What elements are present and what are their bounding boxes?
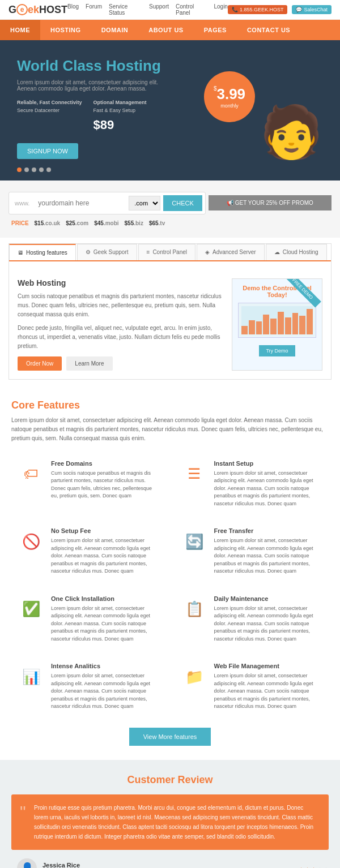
feature-icon: 📊 [17, 663, 45, 691]
tab-hosting[interactable]: 🖥 Hosting features [9, 244, 76, 260]
feature-text: Free Transfer Lorem ipsum dolor sit amet… [214, 527, 324, 575]
price-label: PRICE [11, 220, 29, 226]
dot-3[interactable] [32, 167, 36, 172]
core-description: Lorem ipsum dolor sit amet, consectetuer… [11, 416, 329, 443]
feature-item: 📊 Intense Analitics Lorem ipsum dolor si… [11, 657, 166, 716]
feature-desc: Lorem ipsum dolor sit amet, consectetuer… [214, 537, 324, 575]
feature-text: Intense Analitics Lorem ipsum dolor sit … [51, 663, 160, 711]
server-icon: ◈ [205, 249, 210, 255]
domain-input[interactable] [35, 196, 126, 210]
support-icon: ⚙ [86, 249, 91, 255]
core-title: Core Features [11, 399, 329, 411]
nav-pages[interactable]: PAGES [194, 20, 237, 40]
nav-domain[interactable]: DOMAIN [91, 20, 139, 40]
main-nav: HOME HOSTING DOMAIN ABOUT US PAGES CONTA… [0, 20, 340, 40]
dot-2[interactable] [24, 167, 29, 172]
hero-subtext: Lorem ipsum dolor sit amet, consectetuer… [17, 79, 159, 92]
price-badge: $3.99 monthly [204, 71, 255, 122]
logo: G e ek H OST [8, 4, 67, 16]
extension-select[interactable]: .com.net.org [129, 196, 160, 210]
nav-forum[interactable]: Forum [86, 3, 102, 16]
demo-bar [249, 320, 255, 334]
tab-panel[interactable]: ≡ Control Panel [138, 244, 196, 260]
feature-item: 🔄 Free Transfer Lorem ipsum dolor sit am… [175, 522, 329, 581]
dot-4[interactable] [39, 167, 44, 172]
feature-text: Web File Management Lorem ipsum dolor si… [214, 663, 324, 711]
feature-item: ✅ One Click Installation Lorem ipsum dol… [11, 590, 166, 649]
feature-desc: Cum sociis natoque penatibus et magnis d… [51, 470, 160, 500]
feature-text: No Setup Fee Lorem ipsum dolor sit amet,… [51, 527, 160, 575]
hero-section: World Class Hosting Lorem ipsum dolor si… [0, 40, 340, 181]
review-text: Proin rutique esse quis pretium pharetra… [23, 803, 317, 841]
monitor-icon: 🖥 [18, 250, 23, 256]
core-features-section: Core Features Lorem ipsum dolor sit amet… [0, 385, 340, 760]
promo-button[interactable]: 📢 GET YOUR 25% OFF PROMO [209, 195, 332, 210]
tab-content-para1: Cum sociis natoque penatibus et magnis d… [18, 292, 223, 319]
tab-content: Web Hosting Cum sociis natoque penatibus… [18, 278, 322, 371]
sales-chat-badge[interactable]: 💬 SalesChat [292, 5, 332, 14]
review-section: Customer Review " Proin rutique esse qui… [0, 760, 340, 868]
feature-desc: Lorem ipsum dolor sit amet, consectetuer… [51, 672, 160, 711]
feature-title: Web File Management [214, 663, 324, 669]
top-contact: 📞 1.855.GEEK.HOST 💬 SalesChat [228, 5, 332, 14]
nav-about[interactable]: ABOUT US [138, 20, 193, 40]
reviewer-name: Jessica Rice [42, 862, 80, 868]
feature-item: ☰ Instant Setup Lorem ipsum dolor sit am… [175, 454, 329, 514]
feature-title: Instant Setup [214, 460, 324, 467]
feature-desc: Lorem ipsum dolor sit amet, consectetuer… [214, 470, 324, 508]
feature-desc: Lorem ipsum dolor sit amet, consectetuer… [214, 605, 324, 643]
hero-headline: World Class Hosting [17, 57, 161, 75]
order-button[interactable]: Order Now [18, 356, 62, 371]
nav-support[interactable]: Support [149, 3, 169, 16]
domain-search-section: www. .com.net.org CHECK 📢 GET YOUR 25% O… [0, 181, 340, 238]
feature-desc: Lorem ipsum dolor sit amet, consectetuer… [214, 672, 324, 711]
feature-title: Daily Maintenance [214, 595, 324, 602]
feature2-title: Optional Management [94, 98, 147, 106]
phone-badge[interactable]: 📞 1.855.GEEK.HOST [228, 5, 288, 14]
feature-item: 📋 Daily Maintenance Lorem ipsum dolor si… [175, 590, 329, 649]
feature-item: 🚫 No Setup Fee Lorem ipsum dolor sit ame… [11, 522, 166, 581]
nav-home[interactable]: HOME [0, 20, 40, 40]
feature-desc: Lorem ipsum dolor sit amet, consectetuer… [51, 537, 160, 575]
feature-icon: ✅ [17, 595, 45, 624]
tab-content-title: Web Hosting [18, 278, 223, 287]
feature-title: One Click Installation [51, 595, 160, 602]
feature-title: Free Transfer [214, 527, 324, 534]
signup-button[interactable]: SIGNUP NOW [17, 143, 78, 159]
feature-text: One Click Installation Lorem ipsum dolor… [51, 595, 160, 643]
nav-control-panel[interactable]: Control Panel [176, 3, 207, 16]
feature-icon: 🏷 [17, 460, 45, 488]
tab-support[interactable]: ⚙ Geek Support [77, 244, 137, 260]
nav-hosting[interactable]: HOSTING [40, 20, 91, 40]
tab-buttons: Order Now Learn More [18, 356, 223, 371]
price-3: $45.mobi [94, 220, 118, 226]
feature-item: 🏷 Free Domains Cum sociis natoque penati… [11, 454, 166, 514]
features-grid: 🏷 Free Domains Cum sociis natoque penati… [11, 454, 329, 716]
check-button[interactable]: CHECK [163, 195, 202, 211]
dot-1[interactable] [17, 167, 22, 172]
tab-cloud[interactable]: ☁ Cloud Hosting [266, 244, 327, 260]
demo-bar [285, 317, 291, 334]
try-demo-button[interactable]: Try Demo [259, 345, 295, 356]
feature-icon: 📁 [180, 663, 209, 691]
tab-server[interactable]: ◈ Advanced Server [197, 244, 265, 260]
tabs-container: 🖥 Hosting features ⚙ Geek Support ≡ Cont… [8, 243, 332, 380]
mascot-icon: 🧑 [260, 102, 323, 162]
review-title: Customer Review [11, 774, 329, 786]
tab-content-right: FREE DEMO Demo the ControlPanel Today! T… [232, 278, 322, 371]
feature2-sub: Fast & Easy Setup [94, 106, 147, 114]
nav-login[interactable]: Login [214, 3, 227, 16]
price-5: $65.tv [149, 220, 165, 226]
learn-more-button[interactable]: Learn More [66, 356, 112, 371]
feature-title: Intense Analitics [51, 663, 160, 669]
demo-bar [299, 316, 305, 334]
nav-contact[interactable]: CONTACT US [237, 20, 300, 40]
dot-5[interactable] [46, 167, 51, 172]
hero-right: $3.99 monthly 🧑 [227, 57, 329, 181]
nav-blog[interactable]: Blog [67, 3, 79, 16]
tab-content-area: Web Hosting Cum sociis natoque penatibus… [9, 270, 331, 379]
nav-service-status[interactable]: Service Status [109, 3, 142, 16]
reviewer-details: Jessica Rice Web Developer [42, 862, 80, 868]
price-row: PRICE $15.co.uk $25.com $45.mobi $55.biz… [8, 220, 332, 226]
view-more-button[interactable]: View More features [129, 728, 211, 746]
